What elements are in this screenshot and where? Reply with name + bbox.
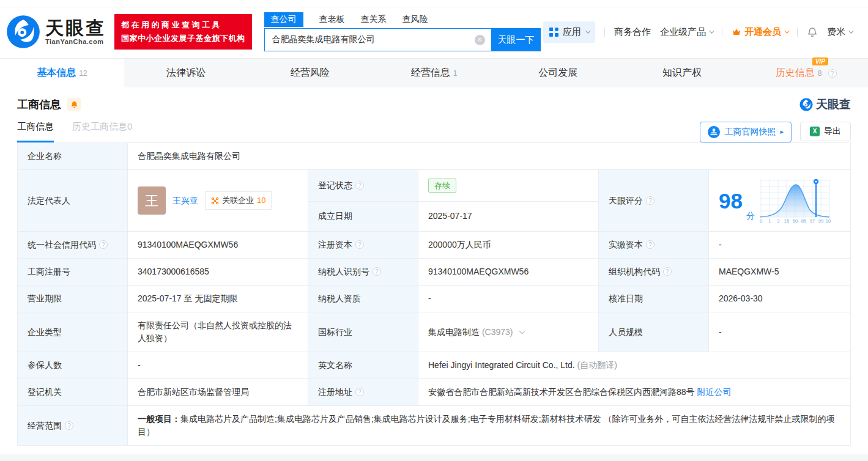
username: 费米: [827, 26, 845, 38]
export-button[interactable]: X 导出: [800, 122, 851, 141]
tab-label: 经营信息: [411, 67, 450, 79]
score-marker-pin-center: [815, 180, 817, 182]
svg-text:0: 0: [760, 218, 762, 224]
user-menu[interactable]: 费米: [827, 26, 852, 38]
tab-operating-risk[interactable]: 经营风险: [248, 59, 372, 87]
question-icon[interactable]: ?: [646, 240, 655, 249]
nav-open-vip[interactable]: 开通会员: [732, 26, 788, 38]
cell-approval-date: 2026-03-30: [709, 286, 851, 312]
chevron-down-icon: [848, 28, 853, 33]
field-label: 企业类型: [28, 327, 62, 337]
legal-rep-avatar[interactable]: 王: [138, 186, 166, 215]
site-header: 天眼查 TianYanCha.com 都在用的商业查询工具 国家中小企业发展子基…: [0, 7, 868, 56]
monitor-bell-button[interactable]: [67, 98, 81, 111]
label-taxpayer-quality: 纳税人资质: [308, 286, 418, 312]
cell-taxpayer-quality: -: [418, 286, 599, 312]
brand-name: 天眼查: [45, 18, 106, 38]
search-tab-relation[interactable]: 查关系: [361, 12, 387, 27]
label-staff-size: 人员规模: [599, 312, 709, 352]
tab-operating-info[interactable]: 经营信息 1: [372, 59, 496, 87]
question-icon[interactable]: ?: [355, 181, 364, 190]
tab-intellectual-property[interactable]: 知识产权: [620, 59, 744, 87]
legal-rep-link[interactable]: 王兴亚: [172, 194, 198, 207]
scope-prefix: 一般项目：: [138, 414, 180, 424]
search-tab-risk[interactable]: 查风险: [402, 12, 428, 27]
table-row: 参保人数 - 英文名称 Hefei Jingyi Integrated Circ…: [18, 352, 851, 379]
svg-text:15: 15: [784, 218, 789, 224]
label-company-name: 企业名称: [18, 143, 128, 170]
svg-text:100: 100: [826, 218, 831, 224]
tab-legal-litigation[interactable]: 法律诉讼: [124, 59, 248, 87]
notification-bell-icon[interactable]: [807, 26, 818, 37]
cell-paid-capital: -: [709, 232, 851, 259]
divider: [604, 28, 605, 37]
chevron-down-icon: [709, 28, 714, 33]
field-label: 统一社会信用代码: [28, 240, 96, 249]
question-icon[interactable]: ?: [65, 421, 73, 430]
label-paid-capital: 实缴资本?: [599, 232, 709, 259]
field-label: 纳税人资质: [318, 293, 361, 303]
top-divider: [0, 0, 868, 7]
question-icon[interactable]: ?: [355, 388, 364, 396]
nav-enterprise-products[interactable]: 企业级产品: [660, 26, 713, 38]
cell-business-term: 2025-07-17 至 无固定期限: [128, 286, 308, 312]
search-button[interactable]: 天眼一下: [492, 28, 541, 51]
label-industry: 国标行业: [308, 312, 418, 352]
related-count: 10: [257, 194, 265, 207]
tab-history-info[interactable]: 历史信息 VIP 8 ?: [744, 59, 868, 87]
score-distribution-chart: 0 1 3 15 50 85 97 99 100: [759, 177, 831, 224]
question-icon[interactable]: ?: [355, 240, 364, 249]
chevron-down-icon[interactable]: [519, 328, 525, 334]
table-row: 法定代表人 王 王兴亚 关联企业 10 登记状态?: [18, 170, 851, 202]
question-icon[interactable]: ?: [828, 69, 837, 78]
search-tab-company[interactable]: 查公司: [264, 12, 303, 27]
industry-code: (C3973): [482, 327, 513, 337]
watermark-text: 天眼查: [816, 97, 851, 112]
tab-basic-info[interactable]: 基本信息 12: [0, 59, 124, 87]
subtab-business-info[interactable]: 工商信息: [17, 121, 54, 142]
cell-reg-number: 340173000616585: [128, 259, 308, 286]
svg-text:99: 99: [818, 218, 823, 224]
score-unit: 分: [746, 210, 755, 224]
bell-curve-area: [760, 185, 829, 217]
english-name: Hefei Jingyi Integrated Circuit Co., Ltd…: [428, 360, 575, 370]
site-logo[interactable]: 天眼查 TianYanCha.com: [6, 15, 106, 49]
field-label: 登记状态: [318, 180, 352, 190]
tab-count: 8: [818, 69, 822, 78]
clear-search-icon[interactable]: ×: [475, 35, 485, 45]
cell-score: 98 分: [709, 170, 851, 232]
field-label: 人员规模: [609, 327, 643, 337]
nav-cooperation[interactable]: 商务合作: [614, 26, 651, 38]
label-company-type: 企业类型: [18, 312, 128, 352]
apps-menu[interactable]: 应用: [543, 21, 595, 43]
search-input[interactable]: [265, 29, 491, 51]
related-companies-badge[interactable]: 关联企业 10: [205, 191, 272, 210]
search-area: 查公司 查老板 查关系 查风险 × 天眼一下: [264, 12, 541, 51]
subtab-history-business-info[interactable]: 历史工商信息0: [72, 121, 132, 142]
tab-company-development[interactable]: 公司发展: [496, 59, 620, 87]
field-label: 注册资本: [318, 240, 352, 249]
question-icon[interactable]: ?: [646, 196, 655, 205]
field-label: 核准日期: [609, 293, 643, 303]
search-tab-boss[interactable]: 查老板: [319, 12, 345, 27]
official-snapshot-button[interactable]: 工商官网快照 ▸: [700, 122, 792, 142]
section-header: 工商信息 天眼查: [17, 97, 851, 112]
label-business-term: 营业期限: [18, 286, 128, 312]
company-section-tabs: 基本信息 12 法律诉讼 经营风险 经营信息 1 公司发展 知识产权 历史信息 …: [0, 58, 868, 87]
promo-line2: 国家中小企业发展子基金旗下机构: [121, 32, 245, 45]
field-label: 工商注册号: [28, 267, 70, 276]
label-address: 注册地址?: [308, 379, 418, 406]
cell-taxpayer-id: 91340100MAEQGXMW56: [418, 259, 599, 286]
business-info-table: 企业名称 合肥晶奕集成电路有限公司 法定代表人 王 王兴亚 关联企业 1: [17, 142, 851, 446]
network-icon: [211, 197, 219, 205]
cell-credit-code: 91340100MAEQGXMW56: [128, 232, 308, 259]
cell-company-type: 有限责任公司（非自然人投资或控股的法人独资）: [128, 312, 308, 352]
label-reg-capital: 注册资本?: [308, 232, 418, 259]
nearby-companies-link[interactable]: 附近公司: [697, 387, 731, 397]
question-icon[interactable]: ?: [663, 267, 672, 276]
section-title: 工商信息: [17, 97, 61, 112]
question-icon[interactable]: ?: [373, 267, 381, 276]
table-row: 企业名称 合肥晶奕集成电路有限公司: [18, 143, 851, 170]
label-org-code: 组织机构代码?: [599, 259, 709, 286]
question-icon[interactable]: ?: [99, 240, 108, 249]
